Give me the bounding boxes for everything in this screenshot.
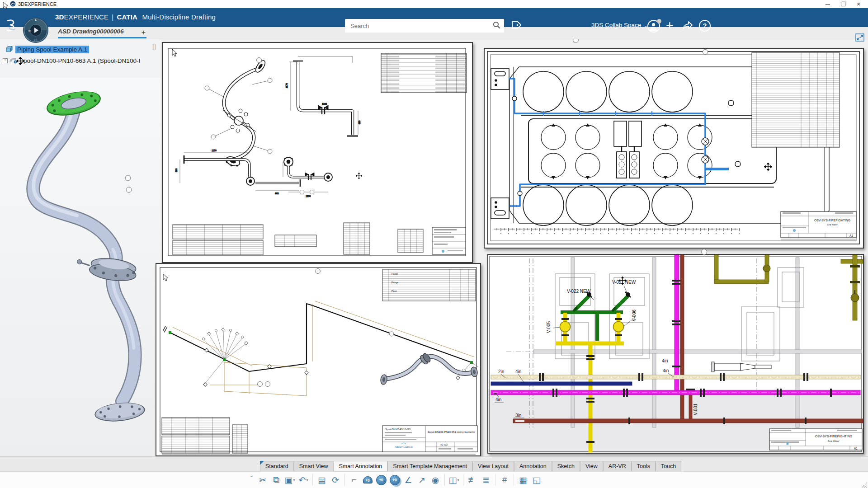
new-tab-button[interactable]: + — [142, 28, 146, 37]
app-logo-icon — [10, 1, 16, 8]
help-button[interactable]: ? — [699, 20, 711, 32]
mid-flange-joint — [75, 254, 138, 283]
restore-button[interactable] — [835, 0, 851, 8]
ribbon-tab-tools[interactable]: Tools — [632, 461, 656, 472]
3dexperience-compass[interactable]: 3D V.R — [23, 17, 49, 45]
label-4in-2: 4in — [662, 358, 668, 363]
bom-section-pipes: Pipes — [392, 290, 397, 292]
pump-units — [491, 69, 509, 219]
view-layout-icon[interactable]: ◫▾ — [447, 473, 461, 487]
search-input[interactable] — [349, 22, 493, 30]
title-block: Spool-DN100-PN10-663 GREAT MARINE Spool-… — [382, 426, 477, 452]
global-search[interactable] — [345, 19, 504, 33]
bend-tables — [173, 223, 423, 255]
svg-text:463: 463 — [358, 120, 361, 124]
new-view-icon[interactable]: ◱ — [530, 473, 543, 487]
tag-icon[interactable] — [509, 20, 521, 33]
spool-name: Spool-DN100-PN10-663 — [385, 428, 410, 431]
viewport-3d-section[interactable]: V-022 NEW V-021 NEW V-005 V-006 V-031 2i… — [487, 254, 864, 454]
dome-balloon-icon[interactable]: +0 — [361, 473, 374, 487]
grid-icon[interactable]: # — [498, 473, 511, 487]
viewport-spool-views[interactable]: 1170 1200 463 1170 — [162, 42, 473, 263]
tree-item-root[interactable]: Piping Spool Example A.1 — [5, 44, 89, 54]
ribbon-tab-touch[interactable]: Touch — [656, 461, 681, 472]
reducer-assembly — [712, 362, 771, 372]
stacked-balloon-icon[interactable]: +0 — [388, 473, 401, 487]
ribbon-tab-smart-annotation[interactable]: Smart Annotation — [333, 461, 387, 472]
angle-dimension-icon[interactable]: ∠ — [401, 473, 415, 487]
collab-space-label: 3DS Collab Space — [591, 22, 641, 28]
brand-app-subtitle: Multi-Discipline Drafting — [142, 13, 216, 21]
update-icon[interactable]: ⟳ — [329, 473, 342, 487]
panel-grip[interactable]: || — [152, 43, 156, 50]
paste-icon[interactable]: ▣▾ — [283, 473, 297, 487]
bom-table — [381, 53, 467, 93]
ribbon-tab-sketch[interactable]: Sketch — [552, 461, 580, 472]
resize-grip[interactable] — [862, 482, 867, 488]
tree-item-spool-label[interactable]: Spool-DN100-PN10-663 A.1 (Spool-DN100-I — [19, 57, 140, 64]
search-icon[interactable] — [493, 21, 500, 31]
copy-icon[interactable]: ⧉ — [269, 473, 283, 487]
brand-3d: 3D — [55, 13, 64, 21]
close-button[interactable]: × — [851, 0, 866, 8]
workbench-tab-bar: Standard Smart View Smart Annotation Sma… — [0, 456, 868, 472]
bom-section-flange: Flange — [392, 273, 398, 275]
ribbon-tab-annotation[interactable]: Annotation — [514, 461, 552, 472]
add-content-button[interactable]: + — [666, 18, 673, 33]
viewport-handle[interactable] — [701, 249, 707, 255]
routing-arrow-icon[interactable]: ↗ — [415, 473, 429, 487]
user-avatar[interactable] — [647, 20, 660, 33]
rendered-pipe — [380, 352, 478, 385]
view-front: 1170 1200 463 — [285, 56, 361, 136]
leader-annotation-icon[interactable]: ≢ — [466, 473, 479, 487]
label-v022: V-022 NEW — [567, 289, 591, 294]
title-block: OSV-SYS-FIREFIGHTING Sea Water A1 — [769, 429, 862, 450]
action-toolbar: ⌄ ✂ ⧉ ▣▾ ↶▾ ▤ ⟳ ⌐ +0 +0 +0 ∠ ↗ ◉ ◫▾ ≢ ≣ … — [0, 471, 868, 488]
ribbon-tab-ar-vr[interactable]: AR-VR — [603, 461, 632, 472]
tree-item-root-label[interactable]: Piping Spool Example A.1 — [15, 46, 89, 53]
table-icon[interactable]: ▦ — [516, 473, 530, 487]
label-4in-1: 4in — [515, 369, 521, 374]
ribbon-tab-smart-view[interactable]: Smart View — [294, 461, 334, 472]
svg-text:463: 463 — [275, 192, 279, 195]
window-titlebar: 3DEXPERIENCE × — [0, 0, 868, 8]
view-side: 1200 — [283, 157, 332, 197]
drawing-title: OSV-SYS-FIREFIGHTING — [814, 219, 850, 222]
svg-text:560: 560 — [175, 168, 178, 172]
ribbon-tab-view-layout[interactable]: View Layout — [472, 461, 514, 472]
bom-section-fittings: Fittings — [392, 282, 399, 284]
view-isometric — [205, 59, 272, 169]
brand-catia: CATIA — [117, 13, 137, 21]
compass-icon[interactable]: ◉ — [429, 473, 442, 487]
active-tab-underline — [58, 37, 146, 38]
ribbon-tab-smart-template-management[interactable]: Smart Template Management — [387, 461, 472, 472]
specification-sheet-icon[interactable]: ▤ — [315, 473, 329, 487]
svg-text:1170: 1170 — [212, 149, 217, 152]
share-icon[interactable] — [682, 20, 693, 33]
viewport-deck-plan[interactable]: OSV-SYS-FIREFIGHTING Sea Water A1 — [484, 48, 864, 249]
tree-expander-icon[interactable]: + — [3, 58, 8, 63]
pipe-spool-icon[interactable]: ⌐ — [347, 473, 361, 487]
fit-window-icon[interactable] — [855, 33, 864, 42]
bottom-flange — [94, 401, 145, 423]
application-brand: 3DEXPERIENCE|CATIA Multi-Discipline Draf… — [55, 13, 216, 21]
3d-viewport[interactable] — [0, 78, 161, 456]
viewport-isometric[interactable]: Flange Fittings Pipes — [156, 263, 481, 456]
ribbon-tab-standard[interactable]: Standard — [260, 461, 294, 472]
sheet-size: A2 ISO — [440, 443, 448, 446]
application-window: 3DEXPERIENCE × 3D V.R — [0, 0, 868, 488]
toolbar-collapse-icon[interactable]: ⌄ — [250, 473, 254, 479]
text-properties-icon[interactable]: ≣ — [479, 473, 493, 487]
window-title: 3DEXPERIENCE — [18, 1, 57, 7]
collab-space-selector[interactable]: 3DS Collab Space⌄ — [591, 22, 648, 28]
view-top: 1170 560 463 — [175, 149, 300, 195]
balloon-icon[interactable]: +0 — [374, 473, 388, 487]
document-tab[interactable]: ASD Drawing00000006 + — [58, 28, 146, 38]
3ds-logo-icon[interactable] — [4, 19, 22, 34]
undo-icon[interactable]: ↶▾ — [297, 473, 310, 487]
title-block: OSV-SYS-FIREFIGHTING Sea Water A1 — [781, 211, 856, 241]
ribbon-tab-view[interactable]: View — [580, 461, 603, 472]
cut-icon[interactable]: ✂ — [256, 473, 269, 487]
minimize-button[interactable] — [820, 0, 835, 8]
olive-pipes — [714, 255, 863, 320]
